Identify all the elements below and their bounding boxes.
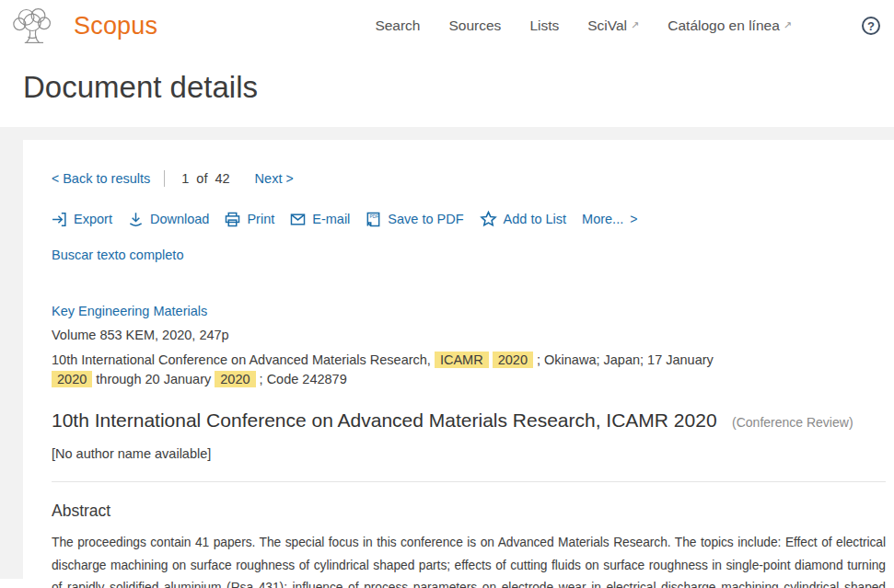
add-to-list-star-icon — [480, 211, 497, 227]
vertical-divider — [164, 170, 165, 187]
results-navigation: <Back to results 1of42 Next> — [52, 170, 886, 187]
nav-item-label: Search — [375, 17, 420, 34]
nav-item-cat-logo-en-l-nea[interactable]: Catálogo en línea ↗ — [668, 17, 792, 34]
more--button[interactable]: More... > — [582, 212, 637, 226]
nav-item-sources[interactable]: Sources — [449, 17, 502, 34]
document-card: <Back to results 1of42 Next> Export Down… — [23, 140, 894, 579]
document-title-row: 10th International Conference on Advance… — [52, 409, 886, 432]
email-icon — [290, 212, 306, 227]
highlighted-term: 2020 — [52, 371, 92, 387]
action-toolbar: Export Download Print E-mail PDF — [52, 211, 886, 227]
external-link-icon: ↗ — [631, 19, 639, 31]
position-total: 42 — [215, 171, 229, 186]
help-glyph: ? — [867, 19, 875, 33]
next-result-link[interactable]: Next> — [255, 171, 294, 186]
position-current: 1 — [181, 171, 189, 186]
abstract-text: The proceedings contain 41 papers. The s… — [52, 532, 886, 588]
print-button[interactable]: Print — [225, 212, 274, 227]
scopus-logo[interactable]: Scopus — [7, 5, 157, 47]
document-type-badge: (Conference Review) — [732, 415, 853, 430]
export-button[interactable]: Export — [52, 212, 112, 227]
nav-item-label: Catálogo en línea — [668, 17, 780, 34]
action-label: Export — [74, 212, 112, 226]
help-icon[interactable]: ? — [862, 17, 880, 35]
action-label: Save to PDF — [388, 212, 463, 226]
action-label: More... — [582, 212, 623, 226]
save-pdf-icon: PDF — [366, 212, 381, 227]
abstract-heading: Abstract — [52, 502, 886, 521]
action-label: Print — [247, 212, 274, 226]
action-label: Add to List — [504, 212, 567, 226]
chevron-left-icon: < — [52, 171, 59, 186]
page-title: Document details — [0, 52, 894, 127]
print-icon — [225, 212, 240, 227]
conference-text: ; Okinawa; Japan; 17 January — [533, 352, 714, 367]
highlighted-term: 2020 — [215, 371, 255, 387]
position-of: of — [196, 171, 207, 186]
content-band: <Back to results 1of42 Next> Export Down… — [0, 127, 894, 579]
logo-wordmark: Scopus — [74, 12, 157, 40]
nav-item-lists[interactable]: Lists — [529, 17, 559, 34]
nav-item-label: Sources — [449, 17, 502, 34]
volume-line: Volume 853 KEM, 2020, 247p — [52, 326, 886, 344]
nav-item-label: Lists — [529, 17, 559, 34]
add-to-list-button[interactable]: Add to List — [480, 211, 567, 227]
external-link-icon: ↗ — [784, 19, 792, 31]
main-nav: Search Sources Lists SciVal ↗ Catálogo e… — [375, 17, 792, 34]
source-info: Key Engineering Materials Volume 853 KEM… — [52, 302, 886, 389]
download-button[interactable]: Download — [128, 212, 210, 227]
result-position: 1of42 — [179, 171, 232, 186]
conference-text: 10th International Conference on Advance… — [52, 352, 435, 367]
svg-text:PDF: PDF — [370, 214, 379, 219]
conference-line: 10th International Conference on Advance… — [52, 351, 737, 389]
chevron-right-icon: > — [285, 171, 293, 186]
section-divider — [52, 481, 886, 482]
action-label: E-mail — [312, 212, 350, 226]
nav-item-search[interactable]: Search — [375, 17, 420, 34]
back-to-results-link[interactable]: <Back to results — [52, 171, 150, 186]
elsevier-tree-icon — [7, 5, 59, 47]
document-title: 10th International Conference on Advance… — [52, 409, 717, 431]
nav-item-label: SciVal — [587, 17, 627, 34]
authors-note: [No author name available] — [52, 446, 886, 461]
nav-item-scival[interactable]: SciVal ↗ — [587, 17, 639, 34]
e-mail-button[interactable]: E-mail — [290, 212, 350, 227]
chevron-right-icon: > — [630, 212, 637, 226]
conference-text: ; Code 242879 — [256, 372, 347, 386]
download-icon — [128, 212, 144, 227]
top-header: Scopus Search Sources Lists SciVal ↗ Cat… — [0, 0, 894, 52]
save-to-pdf-button[interactable]: PDF Save to PDF — [366, 212, 463, 227]
highlighted-term: ICAMR — [435, 352, 489, 368]
conference-text: through 20 January — [92, 372, 215, 386]
next-label: Next — [255, 171, 283, 186]
journal-link[interactable]: Key Engineering Materials — [52, 304, 207, 318]
export-icon — [52, 212, 67, 227]
action-label: Download — [150, 212, 210, 226]
back-label: Back to results — [63, 171, 150, 186]
highlighted-term: 2020 — [493, 352, 533, 368]
full-text-link[interactable]: Buscar texto completo — [52, 248, 183, 262]
